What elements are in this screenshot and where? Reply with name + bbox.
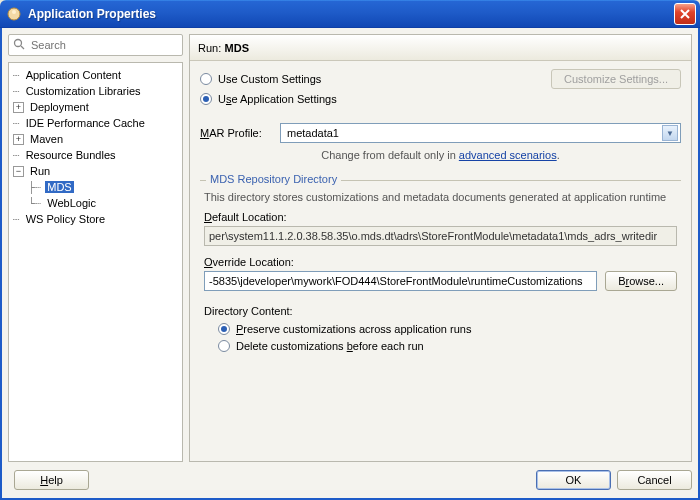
- preserve-label: Preserve customizations across applicati…: [236, 323, 471, 335]
- delete-radio[interactable]: [218, 340, 230, 352]
- tree-run-weblogic[interactable]: WebLogic: [45, 197, 98, 209]
- mar-profile-value: metadata1: [287, 127, 339, 139]
- advanced-scenarios-link[interactable]: advanced scenarios: [459, 149, 557, 161]
- help-button[interactable]: Help: [14, 470, 89, 490]
- search-input[interactable]: [29, 38, 178, 52]
- left-panel: ┈Application Content ┈Customization Libr…: [8, 34, 183, 462]
- group-description: This directory stores customizations and…: [204, 191, 677, 203]
- override-location-label: Override Location:: [204, 256, 677, 268]
- default-location-field: per\system11.1.2.0.38.58.35\o.mds.dt\adr…: [204, 226, 677, 246]
- mar-hint: Change from default only in advanced sce…: [200, 149, 681, 161]
- override-location-field[interactable]: -5835\jdeveloper\mywork\FOD444\StoreFron…: [204, 271, 597, 291]
- mar-profile-label: MAR Profile:: [200, 127, 280, 139]
- tree-run-mds[interactable]: MDS: [45, 181, 73, 193]
- customize-settings-button: Customize Settings...: [551, 69, 681, 89]
- section-header: Run: MDS: [190, 35, 691, 61]
- tree-ide-cache[interactable]: IDE Performance Cache: [24, 117, 147, 129]
- svg-line-3: [21, 46, 24, 49]
- tree-deployment[interactable]: Deployment: [28, 101, 91, 113]
- delete-label: Delete customizations before each run: [236, 340, 424, 352]
- app-icon: [6, 6, 22, 22]
- expand-deployment-icon[interactable]: +: [13, 102, 24, 113]
- section-header-title: MDS: [225, 42, 249, 54]
- window-body: ┈Application Content ┈Customization Libr…: [0, 28, 700, 500]
- title-bar: Application Properties: [0, 0, 700, 28]
- search-box[interactable]: [8, 34, 183, 56]
- section-header-prefix: Run:: [198, 42, 221, 54]
- svg-point-2: [15, 39, 22, 46]
- mar-profile-combo[interactable]: metadata1 ▼: [280, 123, 681, 143]
- tree-maven[interactable]: Maven: [28, 133, 65, 145]
- chevron-down-icon[interactable]: ▼: [662, 125, 678, 141]
- group-legend: MDS Repository Directory: [206, 173, 341, 185]
- cancel-button[interactable]: Cancel: [617, 470, 692, 490]
- search-icon: [13, 38, 25, 53]
- svg-point-1: [12, 10, 16, 14]
- nav-tree[interactable]: ┈Application Content ┈Customization Libr…: [8, 62, 183, 462]
- preserve-radio[interactable]: [218, 323, 230, 335]
- tree-ws-policy[interactable]: WS Policy Store: [24, 213, 107, 225]
- collapse-run-icon[interactable]: −: [13, 166, 24, 177]
- use-application-settings-radio[interactable]: [200, 93, 212, 105]
- close-button[interactable]: [674, 3, 696, 25]
- use-custom-settings-label: Use Custom Settings: [218, 73, 321, 85]
- tree-run[interactable]: Run: [28, 165, 52, 177]
- tree-app-content[interactable]: Application Content: [24, 69, 123, 81]
- browse-button[interactable]: Browse...: [605, 271, 677, 291]
- default-location-label: Default Location:: [204, 211, 677, 223]
- dialog-footer: Help OK Cancel: [8, 462, 692, 492]
- window-title: Application Properties: [28, 7, 674, 21]
- expand-maven-icon[interactable]: +: [13, 134, 24, 145]
- directory-content-label: Directory Content:: [204, 305, 677, 317]
- tree-resource-bundles[interactable]: Resource Bundles: [24, 149, 118, 161]
- mds-repository-group: MDS Repository Directory This directory …: [200, 173, 681, 359]
- use-custom-settings-radio[interactable]: [200, 73, 212, 85]
- ok-button[interactable]: OK: [536, 470, 611, 490]
- use-application-settings-label: Use Application Settings: [218, 93, 337, 105]
- right-panel: Run: MDS Use Custom Settings Use Applica…: [189, 34, 692, 462]
- tree-customization-libraries[interactable]: Customization Libraries: [24, 85, 143, 97]
